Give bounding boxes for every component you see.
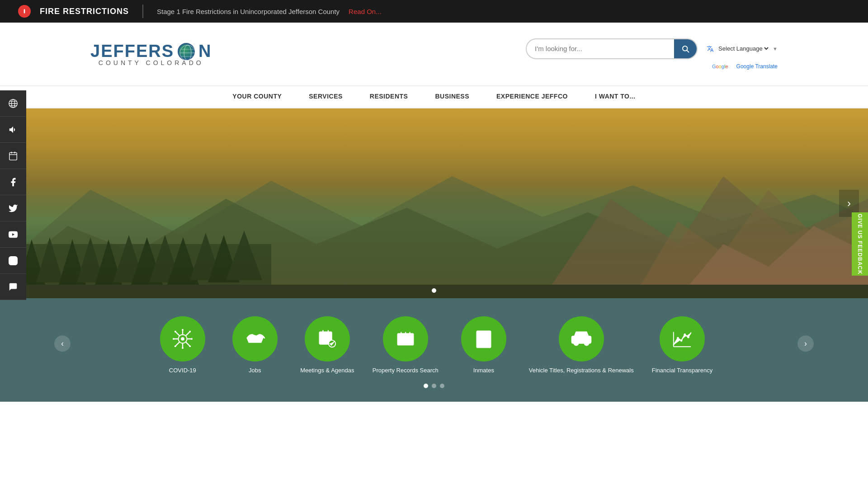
logo[interactable]: JEFFERS N COUNTY COLORADO [90,42,212,66]
quick-link-meetings[interactable]: Meetings & Agendas [300,316,354,375]
sidebar-twitter[interactable] [0,195,26,221]
nav-experience[interactable]: EXPERIENCE JEFFCO [496,86,568,108]
svg-point-61 [254,335,256,338]
carousel-dot-1[interactable] [424,384,428,388]
handshake-icon [245,328,265,349]
hero-indicators [432,288,436,293]
facebook-icon [8,177,18,187]
svg-point-21 [11,259,14,262]
sidebar-youtube[interactable] [0,221,26,248]
quick-links-next[interactable]: › [797,336,814,352]
sidebar-globe[interactable] [0,90,26,117]
svg-point-86 [574,341,578,346]
vehicle-icon [571,328,592,349]
svg-point-22 [15,258,15,258]
fire-read-on-link[interactable]: Read On... [349,8,382,15]
globe-icon [8,99,18,108]
svg-line-57 [186,332,189,335]
quick-links-container: ‹ [0,316,868,375]
google-translate-label[interactable]: Google Translate [736,63,778,70]
svg-point-52 [191,338,193,340]
quick-link-vehicle-label: Vehicle Titles, Registrations & Renewals [529,367,634,375]
logo-n: N [198,42,212,61]
social-sidebar [0,90,26,300]
fire-message: Stage 1 Fire Restrictions in Unincorpora… [157,8,340,15]
search-input[interactable] [527,45,674,52]
quick-link-property[interactable]: Property Records Search [373,316,439,375]
svg-point-54 [175,331,176,333]
comment-icon [8,282,18,292]
nav-services[interactable]: SERVICES [309,86,343,108]
indicator-dot-1[interactable] [432,288,436,293]
fire-divider [142,5,143,18]
logo-globe-icon [178,43,195,60]
quick-link-jobs-circle [232,316,278,361]
carousel-dot-3[interactable] [440,384,444,388]
fire-banner: FIRE RESTRICTIONS Stage 1 Fire Restricti… [0,0,868,23]
quick-link-vehicle[interactable]: Vehicle Titles, Registrations & Renewals [529,316,634,375]
svg-line-53 [176,332,179,335]
svg-point-56 [189,345,191,347]
sidebar-alerts[interactable] [0,117,26,143]
svg-point-91 [677,337,679,339]
language-select[interactable]: Select Language Spanish French [717,45,770,52]
instagram-icon [8,256,18,266]
language-selector[interactable]: Select Language Spanish French ▼ [707,45,778,52]
virus-icon [172,328,193,349]
quick-link-financial-label: Financial Transparency [652,367,712,375]
svg-rect-1 [24,9,25,13]
sidebar-calendar[interactable] [0,143,26,169]
megaphone-icon [8,125,18,135]
carousel-dot-2[interactable] [432,384,436,388]
sidebar-facebook[interactable] [0,169,26,195]
feedback-button[interactable]: Give us feedback [852,212,868,276]
navigation: YOUR COUNTY SERVICES RESIDENTS BUSINESS … [0,86,868,108]
quick-link-inmates-circle [461,316,506,361]
svg-point-92 [680,339,683,342]
svg-point-46 [182,329,184,331]
svg-line-8 [687,50,689,52]
quick-link-inmates-label: Inmates [473,367,494,375]
quick-link-covid[interactable]: COVID-19 [156,316,210,375]
hero-overlay [0,108,868,298]
svg-line-55 [186,343,189,346]
property-icon [395,328,416,349]
calendar-icon [8,151,18,161]
quick-link-covid-label: COVID-19 [169,367,196,375]
quick-link-inmates[interactable]: Inmates [457,316,511,375]
search-icon [681,45,689,53]
youtube-icon [8,230,18,239]
search-button[interactable] [674,39,697,58]
quick-link-jobs[interactable]: Jobs [228,316,282,375]
svg-point-50 [173,338,175,340]
quick-link-meetings-label: Meetings & Agendas [300,367,354,375]
sidebar-chat[interactable] [0,274,26,300]
quick-link-property-circle [383,316,428,361]
quick-link-jobs-label: Jobs [249,367,261,375]
svg-line-59 [176,343,179,346]
svg-point-94 [687,336,689,338]
quick-links-prev[interactable]: ‹ [54,336,71,352]
search-bar [526,38,698,59]
nav-your-county[interactable]: YOUR COUNTY [232,86,282,108]
svg-text:Google: Google [712,64,728,69]
sidebar-instagram[interactable] [0,248,26,274]
financial-icon [672,328,693,349]
nav-i-want-to[interactable]: I WANT TO... [595,86,636,108]
quick-link-financial[interactable]: Financial Transparency [652,316,712,375]
header-right: Select Language Spanish French ▼ Google … [526,38,778,70]
meetings-icon [317,328,338,349]
carousel-dots [0,384,868,388]
logo-text: JEFFERS N [90,42,212,61]
quick-link-property-label: Property Records Search [373,367,439,375]
svg-point-93 [684,333,686,336]
svg-rect-15 [9,152,17,160]
inmates-icon [473,328,494,349]
google-logo: Google [712,63,735,70]
nav-business[interactable]: BUSINESS [435,86,469,108]
quick-link-financial-circle [660,316,705,361]
logo-jefferson: JEFFERS [90,42,174,61]
fire-restrictions-label: FIRE RESTRICTIONS [40,7,129,16]
svg-point-44 [181,337,184,341]
nav-residents[interactable]: RESIDENTS [370,86,408,108]
